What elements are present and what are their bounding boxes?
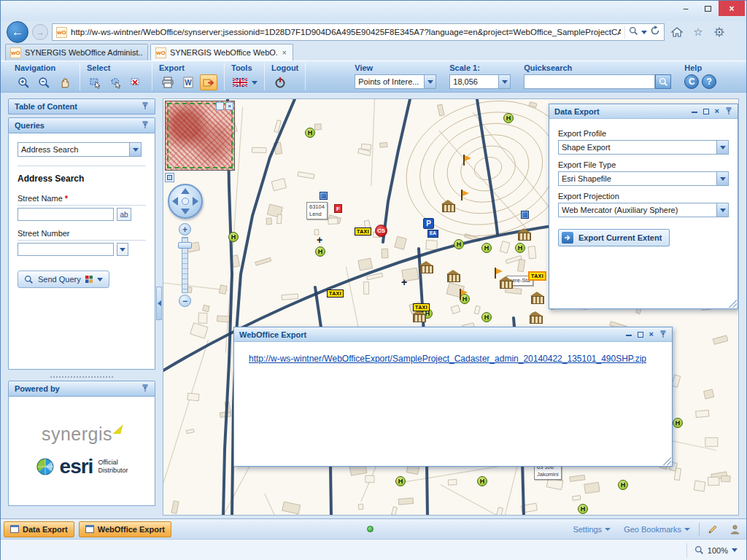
panel-resize-grip[interactable] <box>728 299 737 308</box>
map-marker-cross[interactable]: + <box>317 236 322 244</box>
help-button[interactable]: ? <box>702 74 716 89</box>
map-marker-flag[interactable] <box>463 155 472 166</box>
panel-restore-icon[interactable] <box>638 332 643 338</box>
table-of-content-header[interactable]: Table of Content <box>8 98 155 114</box>
map-marker-taxi[interactable]: TAXI <box>528 271 546 281</box>
map-marker-taxi[interactable]: TAXI <box>355 228 371 236</box>
map-marker-hydrant[interactable]: H <box>503 113 514 123</box>
panel-minimize-icon[interactable] <box>626 333 632 336</box>
map-marker-bluesq[interactable] <box>521 211 529 219</box>
map-marker-museum[interactable] <box>441 200 454 211</box>
export-current-extent-button[interactable]: Export Current Extent <box>558 229 670 246</box>
map-marker-flag[interactable] <box>460 289 468 300</box>
map-marker-bluetag[interactable]: EA <box>427 230 438 238</box>
refresh-icon[interactable] <box>650 26 660 39</box>
map-marker-museum[interactable] <box>412 310 425 322</box>
clear-selection-tool[interactable] <box>128 74 145 90</box>
autocomplete-ab-button[interactable]: ab <box>117 208 131 221</box>
pin-icon[interactable] <box>725 106 732 117</box>
pin-icon[interactable] <box>142 120 149 131</box>
map-marker-hydrant[interactable]: H <box>481 312 492 322</box>
taskbar-data-export-button[interactable]: Data Export <box>4 521 74 537</box>
map-marker-bluesq[interactable] <box>320 192 328 200</box>
map-marker-cross[interactable]: + <box>401 279 407 286</box>
overview-mode-icon[interactable] <box>216 102 224 110</box>
chevron-down-icon[interactable] <box>498 75 510 88</box>
settings-gear-icon[interactable] <box>711 23 728 41</box>
taskbar-weboffice-export-button[interactable]: WebOffice Export <box>79 521 171 537</box>
select-polygon-tool[interactable] <box>107 74 125 90</box>
tab-administration[interactable]: wO SYNERGIS WebOffice Administ... <box>5 44 148 61</box>
chevron-down-icon[interactable] <box>97 278 103 281</box>
window-minimize-button[interactable]: – <box>675 1 697 16</box>
zoom-in-tool[interactable] <box>15 74 32 90</box>
panel-resize-grip[interactable] <box>662 456 671 465</box>
powered-by-header[interactable]: Powered by <box>8 381 155 397</box>
map-marker-museum[interactable] <box>529 311 542 323</box>
pan-east-arrow[interactable] <box>193 197 198 206</box>
overview-toggle-button[interactable] <box>165 173 174 182</box>
map-marker-museum[interactable] <box>446 270 460 281</box>
browser-zoom-control[interactable]: 100% <box>686 543 738 558</box>
street-name-input[interactable] <box>18 208 114 221</box>
map-marker-dlabel[interactable]: 63104Lend <box>306 202 328 219</box>
url-bar[interactable]: wO http://w-ws-wintner/WebOffice/synserv… <box>52 23 665 41</box>
word-export-tool[interactable]: W <box>179 74 197 90</box>
panel-restore-icon[interactable] <box>703 109 709 114</box>
query-select[interactable]: Address Search <box>18 142 142 157</box>
home-icon[interactable] <box>668 23 686 41</box>
select-rectangle-tool[interactable] <box>87 74 104 90</box>
map-marker-museum[interactable] <box>530 292 543 303</box>
map-marker-hydrant[interactable]: H <box>454 239 464 249</box>
url-dropdown-icon[interactable] <box>641 31 647 34</box>
pan-south-arrow[interactable] <box>181 209 190 214</box>
chevron-down-icon[interactable] <box>424 75 436 88</box>
user-profile-icon[interactable] <box>726 521 743 538</box>
context-help-button[interactable]: C <box>684 74 699 89</box>
map-marker-hydrant[interactable]: H <box>228 232 239 242</box>
panel-close-icon[interactable]: × <box>715 107 719 115</box>
pin-icon[interactable] <box>142 101 149 112</box>
panel-close-icon[interactable]: × <box>649 330 654 338</box>
map-marker-hydrant[interactable]: H <box>477 476 487 486</box>
map-marker-cs[interactable]: CS <box>375 225 387 237</box>
scale-select[interactable]: 18,056 <box>449 74 511 89</box>
chevron-down-icon[interactable] <box>716 203 728 217</box>
chevron-down-icon[interactable] <box>716 172 728 185</box>
data-export-tool[interactable] <box>200 74 217 90</box>
send-query-button[interactable]: Send Query <box>18 271 109 288</box>
map-marker-museum[interactable] <box>419 261 433 273</box>
forward-button[interactable]: → <box>32 24 48 40</box>
settings-menu[interactable]: Settings <box>568 525 615 534</box>
map-marker-hydrant[interactable]: H <box>395 476 406 486</box>
tools-dropdown-icon[interactable] <box>252 81 258 85</box>
street-number-dropdown[interactable] <box>117 243 128 256</box>
export-filetype-select[interactable]: Esri Shapefile <box>558 171 729 186</box>
map-marker-flag[interactable] <box>461 190 470 201</box>
favorites-star-icon[interactable]: ☆ <box>689 23 707 41</box>
quicksearch-input[interactable] <box>524 74 655 89</box>
language-uk-flag-icon[interactable] <box>231 74 249 90</box>
map-marker-taxi[interactable]: TAXI <box>413 303 430 311</box>
pan-tool[interactable] <box>55 74 73 90</box>
zoom-out-button[interactable]: − <box>179 295 191 307</box>
map-marker-fsign[interactable]: F <box>334 204 342 213</box>
window-maximize-button[interactable] <box>697 1 719 16</box>
map-marker-hydrant[interactable]: H <box>515 243 525 253</box>
overview-close-icon[interactable]: × <box>225 102 233 110</box>
search-icon[interactable] <box>629 26 638 39</box>
export-profile-select[interactable]: Shape Export <box>558 140 729 155</box>
pin-icon[interactable] <box>659 330 667 340</box>
queries-header[interactable]: Queries <box>8 117 155 133</box>
quicksearch-button[interactable] <box>655 74 671 89</box>
zoom-in-button[interactable]: + <box>179 223 191 236</box>
data-export-panel-header[interactable]: Data Export × <box>549 104 738 119</box>
view-select[interactable]: Points of Intere... <box>355 74 436 89</box>
tab-close-icon[interactable]: × <box>281 48 288 57</box>
map-marker-hydrant[interactable]: H <box>315 246 325 257</box>
panel-minimize-icon[interactable] <box>692 110 697 113</box>
chevron-down-icon[interactable] <box>129 143 141 156</box>
print-tool[interactable] <box>159 74 177 90</box>
window-close-button[interactable]: × <box>719 1 745 16</box>
overview-extent-box[interactable] <box>167 103 233 168</box>
